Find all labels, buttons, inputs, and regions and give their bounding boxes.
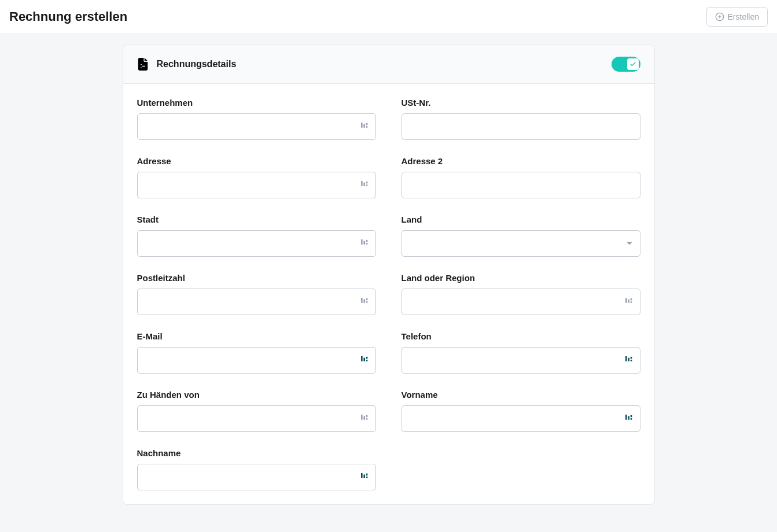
card-title: Rechnungsdetails	[157, 59, 237, 69]
card-body: Unternehmen USt-Nr. Adresse	[123, 84, 654, 504]
field-country: Land	[402, 215, 640, 257]
input-postal[interactable]	[137, 289, 376, 315]
check-icon	[629, 61, 636, 68]
input-lastname[interactable]	[137, 464, 376, 490]
input-city[interactable]	[137, 230, 376, 257]
top-bar: Rechnung erstellen Erstellen	[0, 0, 777, 34]
form-grid: Unternehmen USt-Nr. Adresse	[137, 98, 640, 490]
create-button-label: Erstellen	[728, 12, 759, 21]
input-firstname[interactable]	[402, 405, 640, 432]
label-firstname: Vorname	[402, 390, 640, 400]
label-country: Land	[402, 215, 640, 224]
label-lastname: Nachname	[137, 448, 376, 458]
invoice-details-card: Rechnungsdetails Unternehmen	[123, 45, 655, 505]
page-title: Rechnung erstellen	[9, 9, 127, 24]
plus-circle-icon	[715, 12, 724, 21]
card-header: Rechnungsdetails	[123, 45, 654, 84]
field-address2: Adresse 2	[402, 156, 640, 198]
field-phone: Telefon	[402, 331, 640, 374]
input-vat[interactable]	[402, 113, 640, 140]
field-firstname: Vorname	[402, 390, 640, 432]
field-vat: USt-Nr.	[402, 98, 640, 140]
input-region[interactable]	[402, 289, 640, 315]
toggle-knob	[627, 58, 639, 70]
label-email: E-Mail	[137, 331, 376, 341]
input-attention[interactable]	[137, 405, 376, 432]
label-address: Adresse	[137, 156, 376, 166]
select-country[interactable]	[402, 230, 640, 257]
input-address[interactable]	[137, 172, 376, 198]
field-lastname: Nachname	[137, 448, 376, 490]
field-email: E-Mail	[137, 331, 376, 374]
field-postal: Postleitzahl	[137, 273, 376, 315]
card-header-left: Rechnungsdetails	[137, 58, 237, 71]
label-city: Stadt	[137, 215, 376, 224]
field-city: Stadt	[137, 215, 376, 257]
label-attention: Zu Händen von	[137, 390, 376, 400]
create-button[interactable]: Erstellen	[706, 7, 768, 27]
input-address2[interactable]	[402, 172, 640, 198]
field-company: Unternehmen	[137, 98, 376, 140]
field-address: Adresse	[137, 156, 376, 198]
label-address2: Adresse 2	[402, 156, 640, 166]
field-region: Land oder Region	[402, 273, 640, 315]
input-company[interactable]	[137, 113, 376, 140]
input-email[interactable]	[137, 347, 376, 374]
label-postal: Postleitzahl	[137, 273, 376, 283]
invoice-icon	[137, 58, 149, 71]
content-wrapper: Rechnungsdetails Unternehmen	[100, 45, 678, 505]
label-vat: USt-Nr.	[402, 98, 640, 108]
field-attention: Zu Händen von	[137, 390, 376, 432]
label-region: Land oder Region	[402, 273, 640, 283]
label-company: Unternehmen	[137, 98, 376, 108]
input-phone[interactable]	[402, 347, 640, 374]
label-phone: Telefon	[402, 331, 640, 341]
details-toggle[interactable]	[612, 57, 640, 72]
